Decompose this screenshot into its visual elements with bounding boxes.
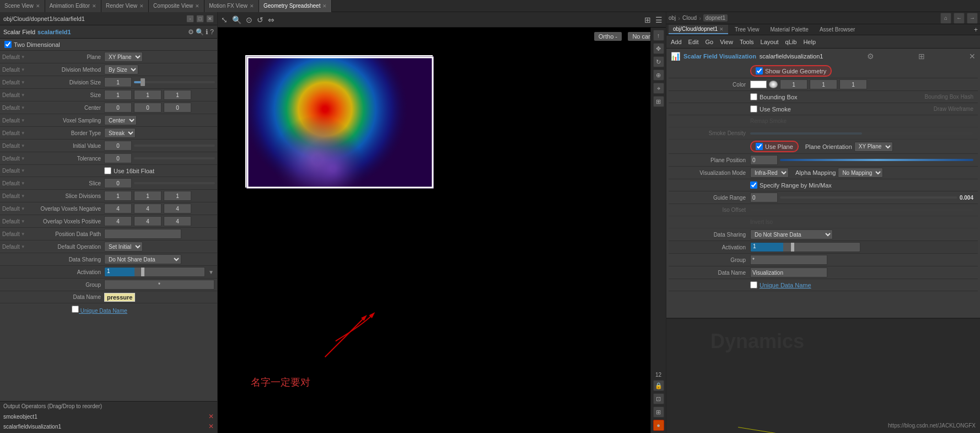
tolerance-slider[interactable] [134,157,215,159]
overlap-pos-y[interactable] [134,216,161,226]
unique-data-name-label[interactable]: Unique Data Name [80,308,127,314]
right-tab-close[interactable]: ✕ [719,26,724,32]
right-panel-icon1[interactable]: ⌂ [940,13,951,24]
size-arrow[interactable]: ▼ [21,93,25,98]
output-item-1-remove[interactable]: ✕ [208,413,214,420]
right-tab-material[interactable]: Material Palette [766,25,812,34]
menu-edit[interactable]: Edit [688,39,699,45]
plane-default-arrow[interactable]: ▼ [21,55,25,60]
center-x-input[interactable] [104,103,132,113]
tab-close-geo[interactable]: ✕ [322,3,327,9]
vtool-handle[interactable]: ⌖ [653,83,664,94]
viewport-icon1[interactable]: ⤡ [220,14,229,25]
slice-input[interactable] [104,178,132,188]
tab-close-scene[interactable]: ✕ [36,3,40,9]
breadcrumb-cloud[interactable]: Cloud [682,15,697,21]
slice-div-z[interactable] [164,191,191,201]
vtool-lock[interactable]: 🔒 [653,380,664,391]
color-swatch-white[interactable] [750,81,767,88]
menu-qlib[interactable]: qLib [785,39,797,45]
menu-go[interactable]: Go [706,39,714,45]
menu-help[interactable]: Help [803,39,816,45]
use-plane-checkbox[interactable] [756,143,763,150]
size-z-input[interactable] [164,90,191,100]
viewport-ortho-label[interactable]: Ortho - [594,32,622,41]
vtool-transform[interactable]: ⊞ [653,96,664,107]
division-size-input[interactable] [104,77,132,87]
right-tab-add[interactable]: + [974,26,978,34]
right-unique-data-name-label[interactable]: Unique Data Name [760,282,811,288]
minimize-btn[interactable]: - [186,15,194,23]
right-data-sharing-select[interactable]: Do Not Share Data [750,229,833,239]
right-group-input[interactable] [750,255,827,265]
group-dropdown[interactable]: ▼ [217,282,217,288]
size-y-input[interactable] [134,90,161,100]
right-tab-obj[interactable]: obj/Cloud/dopnet1 ✕ [669,25,728,34]
overlap-neg-y[interactable] [134,204,161,213]
group-input[interactable] [104,280,214,290]
16bit-arrow[interactable]: ▼ [21,168,25,173]
tab-close-render[interactable]: ✕ [139,3,144,9]
use-16bit-checkbox[interactable] [104,167,111,174]
unique-data-name-checkbox[interactable] [72,306,79,313]
props-gear-icon[interactable]: ⚙ [867,52,874,61]
vtool-zoom[interactable]: ⊕ [653,70,664,81]
menu-add[interactable]: Add [671,39,682,45]
tolerance-input[interactable] [104,153,132,163]
menu-layout[interactable]: Layout [761,39,779,45]
color-swatch-grad[interactable] [769,81,778,88]
color-val1[interactable] [780,79,807,89]
initial-value-input[interactable] [104,141,132,151]
plane-position-slider[interactable] [780,159,973,161]
gear-icon[interactable]: ⚙ [188,28,194,36]
vis-mode-select[interactable]: Infra-Red [750,168,789,178]
overlap-pos-z[interactable] [164,216,191,226]
show-guide-geometry-checkbox[interactable] [756,67,763,74]
tab-composite-view[interactable]: Composite View ✕ [149,0,204,12]
slice-div-y[interactable] [134,191,161,201]
search-icon[interactable]: 🔍 [196,28,204,36]
alpha-mapping-select[interactable]: No Mapping [838,168,883,178]
center-y-input[interactable] [134,103,161,113]
tab-motion-fx[interactable]: Motion FX View ✕ [204,0,259,12]
right-activation-slider[interactable]: 1 [750,242,860,252]
right-panel-icon2[interactable]: ← [954,13,965,24]
tab-close-composite[interactable]: ✕ [195,3,200,9]
guide-range-min[interactable] [750,193,778,202]
overlap-neg-z[interactable] [164,204,191,213]
two-dimensional-checkbox[interactable] [4,41,12,48]
info-icon[interactable]: ℹ [206,28,208,36]
help-icon[interactable]: ? [210,28,214,36]
overlap-neg-x[interactable] [104,204,132,213]
activation-dropdown[interactable]: ▼ [207,269,215,275]
slice-slider[interactable] [134,182,215,184]
props-collapse-icon[interactable]: ✕ [969,52,976,61]
right-panel-icon3[interactable]: → [967,13,978,24]
tab-geometry-spreadsheet[interactable]: Geometry Spreadsheet ✕ [259,0,332,12]
data-sharing-select[interactable]: Do Not Share Data [104,254,181,264]
tolerance-arrow[interactable]: ▼ [21,156,25,161]
tab-animation-editor[interactable]: Animation Editor ✕ [45,0,101,12]
border-type-select[interactable]: Streak [104,128,136,138]
props-expand-icon[interactable]: ⊞ [918,52,925,61]
vtool-select[interactable]: ↑ [653,30,664,41]
specify-range-checkbox[interactable] [750,181,757,189]
division-method-select[interactable]: By Size [104,65,138,74]
bounding-box-checkbox[interactable] [750,93,757,100]
viewport-icon7[interactable]: ☰ [654,14,664,25]
center-z-input[interactable] [164,103,191,113]
plane-orientation-select[interactable]: XY Plane [854,142,893,152]
overlap-pos-arrow[interactable]: ▼ [21,219,25,224]
viewport-icon3[interactable]: ⊙ [245,14,254,25]
slice-arrow[interactable]: ▼ [21,181,25,186]
viewport-icon4[interactable]: ↺ [256,14,265,25]
overlap-neg-arrow[interactable]: ▼ [21,206,25,211]
center-arrow[interactable]: ▼ [21,105,25,110]
use-smoke-checkbox[interactable] [750,105,757,113]
breadcrumb-dopnet1[interactable]: dopnet1 [703,14,728,22]
div-size-arrow[interactable]: ▼ [21,80,25,85]
pos-data-arrow[interactable]: ▼ [21,232,25,237]
close-btn[interactable]: ✕ [206,15,214,23]
right-tab-treeview[interactable]: Tree View [730,25,763,34]
border-arrow[interactable]: ▼ [21,131,25,136]
